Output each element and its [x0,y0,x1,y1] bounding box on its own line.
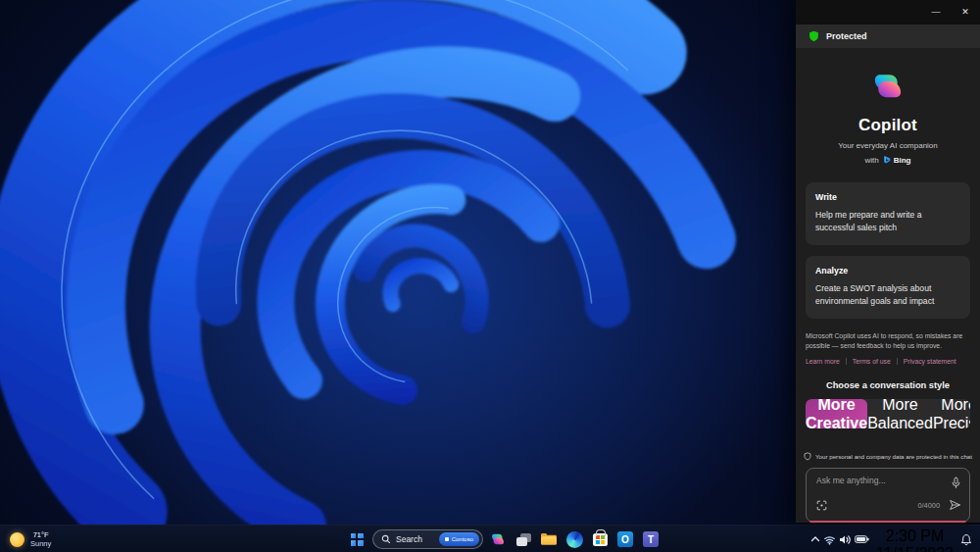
tray-date: 11/15/2023 [876,545,954,552]
tray-time: 2:30 PM [886,527,945,545]
system-tray: 2:30 PM 11/15/2023 [810,526,980,552]
org-logo-icon [445,537,449,541]
suggestion-card-write[interactable]: Write Help me prepare and write a succes… [806,182,970,245]
card-body: Help me prepare and write a successful s… [815,209,960,234]
footer-links: Learn more Terms of use Privacy statemen… [806,358,970,365]
close-button[interactable]: ✕ [951,0,980,25]
taskbar-center: Search Contoso [345,526,662,552]
microphone-icon[interactable] [951,476,961,493]
copilot-icon [489,530,507,548]
teams-icon [643,531,659,547]
card-title: Write [815,192,960,202]
copilot-tagline: Your everyday AI companion [838,141,938,150]
sun-icon [10,532,24,547]
outlook-icon [617,531,633,547]
composer: 0/4000 [806,468,970,523]
search-icon [381,534,391,544]
weather-condition: Sunny [30,539,51,548]
tray-clock[interactable]: 2:30 PM 11/15/2023 [872,527,957,551]
bing-label: Bing [894,156,911,165]
minimize-button[interactable]: — [921,0,951,25]
org-badge-label: Contoso [452,536,473,542]
battery-icon[interactable] [855,527,869,551]
edge-icon [566,531,583,548]
style-option-label: More [817,399,855,413]
divider [846,358,847,365]
volume-icon[interactable] [839,527,852,551]
taskbar-app-file-explorer[interactable] [538,527,560,551]
search-box[interactable]: Search Contoso [372,529,483,549]
taskbar-app-teams[interactable] [640,527,662,551]
style-option-label: Precise [933,415,970,428]
screen: 71°F Sunny Search Contoso [0,0,980,552]
chat-input[interactable] [816,476,944,497]
style-option-more-balanced[interactable]: More Balanced [867,399,933,428]
bing-icon [882,155,891,166]
card-body: Create a SWOT analysis about environment… [815,282,960,308]
screenshot-icon[interactable] [816,497,827,515]
style-option-more-precise[interactable]: More Precise [933,399,970,428]
taskbar-app-microsoft-store[interactable] [589,527,611,551]
wallpaper-bloom [0,0,796,525]
style-option-label: More [941,399,970,413]
taskbar-app-task-view[interactable] [513,527,534,551]
search-label: Search [396,534,422,544]
suggestion-card-analyze[interactable]: Analyze Create a SWOT analysis about env… [806,256,970,319]
protected-label: Protected [826,31,867,41]
microsoft-store-icon [593,533,608,546]
weather-temperature: 71°F [30,530,51,539]
privacy-statement-link[interactable]: Privacy statement [904,358,956,365]
notification-bell-icon[interactable] [960,527,972,551]
char-counter: 0/4000 [917,501,940,510]
copilot-panel: — ✕ Protected Copilot Your everyday AI c… [796,0,980,523]
style-option-label: Balanced [867,415,933,428]
learn-more-link[interactable]: Learn more [806,358,840,365]
terms-of-use-link[interactable]: Terms of use [853,358,891,365]
file-explorer-icon [540,532,558,546]
composer-accent-underline [809,521,966,523]
taskbar: 71°F Sunny Search Contoso [0,525,980,552]
taskbar-app-edge[interactable] [564,527,585,551]
task-view-icon [516,533,531,546]
privacy-note-text: Your personal and company data are prote… [815,453,972,460]
search-org-badge[interactable]: Contoso [439,532,479,546]
with-bing-row: with Bing [864,155,910,166]
divider [897,358,898,365]
panel-titlebar: — ✕ [796,0,980,25]
tray-chevron-up-icon[interactable] [810,527,820,551]
send-icon[interactable] [949,497,961,515]
style-option-label: Creative [806,415,867,428]
copilot-logo [868,67,907,105]
start-button[interactable] [345,527,368,551]
privacy-shield-icon [804,452,811,461]
protected-shield-icon [808,30,819,42]
taskbar-app-outlook[interactable] [614,527,636,551]
style-option-label: More [882,399,917,413]
style-option-more-creative[interactable]: More Creative [806,399,867,428]
panel-body: Copilot Your everyday AI companion with … [796,48,980,523]
protected-banner: Protected [796,25,980,48]
taskbar-app-copilot[interactable] [487,527,509,551]
card-title: Analyze [815,266,960,276]
wifi-icon[interactable] [823,527,836,551]
ai-disclaimer: Microsoft Copilot uses AI to respond, so… [806,331,970,351]
copilot-title: Copilot [858,116,917,135]
composer-toolbar: 0/4000 [816,497,961,515]
windows-logo-icon [351,533,364,546]
privacy-note: Your personal and company data are prote… [804,452,972,461]
weather-widget[interactable]: 71°F Sunny [0,526,61,552]
style-chooser-heading: Choose a conversation style [826,380,950,390]
conversation-style-selector: More Creative More Balanced More Precise [806,399,970,428]
with-text: with [864,156,878,165]
